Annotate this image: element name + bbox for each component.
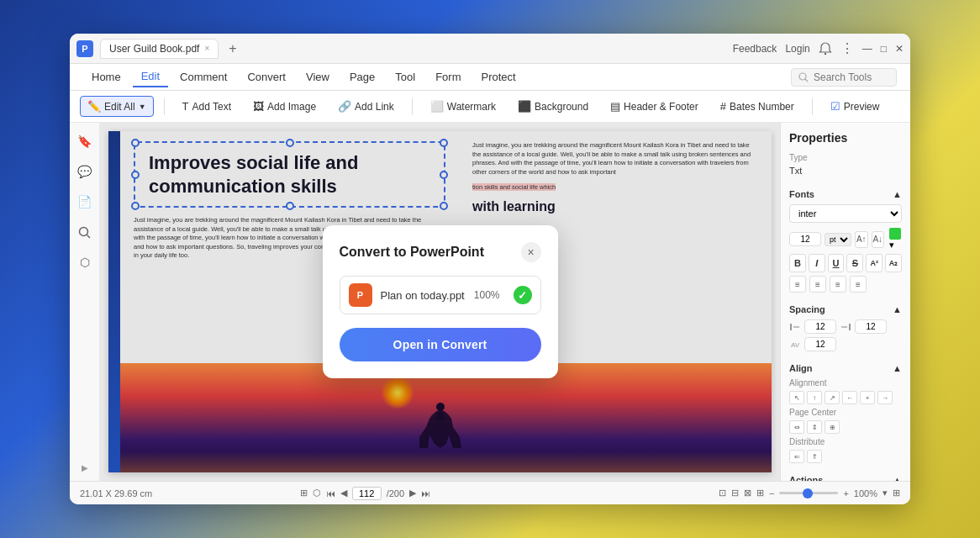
sidebar-layers[interactable]: ⬡: [73, 251, 97, 274]
align-left-btn[interactable]: ≡: [789, 276, 806, 293]
font-size-down-btn[interactable]: A↓: [872, 231, 885, 248]
feedback-btn[interactable]: Feedback: [733, 43, 777, 55]
fit-page-icon[interactable]: ⊞: [300, 488, 308, 498]
current-page-input[interactable]: [352, 487, 382, 500]
divider-1: [164, 98, 165, 115]
zoom-out-btn[interactable]: −: [769, 488, 774, 498]
modal-header: Convert to PowerPoint ×: [340, 242, 541, 262]
background-btn[interactable]: ⬛ Background: [510, 96, 596, 117]
subscript-btn[interactable]: A₂: [885, 254, 902, 272]
dist-horiz-btn[interactable]: ⇐: [789, 450, 804, 463]
spacing-right-input[interactable]: [855, 319, 887, 334]
prev-page-btn[interactable]: ◀: [340, 488, 347, 498]
last-page-btn[interactable]: ⏭: [421, 488, 430, 498]
maximize-btn[interactable]: □: [881, 43, 887, 55]
superscript-btn[interactable]: A²: [866, 254, 883, 272]
menu-protect[interactable]: Protect: [473, 67, 524, 87]
header-footer-btn[interactable]: ▤ Header & Footer: [603, 96, 706, 117]
actions-section-title[interactable]: Actions ▲: [789, 475, 902, 481]
menu-edit[interactable]: Edit: [133, 66, 168, 87]
minimize-btn[interactable]: —: [862, 43, 872, 55]
file-tab[interactable]: User Guild Book.pdf ×: [100, 39, 219, 59]
align-section-title[interactable]: Align ▲: [789, 363, 902, 373]
edit-all-btn[interactable]: ✏️ Edit All ▼: [80, 96, 154, 117]
page-dimensions: 21.01 X 29.69 cm: [80, 488, 152, 498]
main-area: 🔖 💬 📄 ⬡ ▶: [70, 123, 910, 481]
align-top-center[interactable]: ↑: [807, 391, 822, 404]
italic-btn[interactable]: I: [809, 254, 825, 272]
sidebar-collapse-btn[interactable]: ▶: [78, 461, 92, 474]
open-in-convert-btn[interactable]: Open in Convert: [340, 328, 541, 361]
notification-icon[interactable]: [819, 42, 832, 55]
align-mid-left[interactable]: ←: [842, 391, 857, 404]
modal-close-btn[interactable]: ×: [521, 242, 541, 262]
status-right: ⊡ ⊟ ⊠ ⊞ − + 100% ▾ ⊞: [719, 488, 900, 498]
fonts-section-title[interactable]: Fonts ▲: [789, 189, 902, 199]
search-tools[interactable]: [791, 68, 897, 87]
ppt-icon: P: [349, 283, 372, 307]
align-justify-btn[interactable]: ≡: [850, 276, 867, 293]
sidebar-page[interactable]: 📄: [73, 190, 97, 214]
modal-filename: Plan on today.ppt: [381, 289, 466, 302]
font-family-select[interactable]: inter Arial Times New Roman: [789, 204, 902, 223]
preview-btn[interactable]: ☑ Preview: [823, 96, 888, 117]
bates-number-btn[interactable]: # Bates Number: [713, 96, 802, 117]
fit-width-btn[interactable]: ⊟: [731, 488, 739, 498]
font-size-input[interactable]: [789, 232, 821, 246]
menu-home[interactable]: Home: [83, 67, 129, 87]
strikethrough-btn[interactable]: S: [846, 254, 863, 272]
align-mid-center[interactable]: +: [860, 391, 875, 404]
first-page-btn[interactable]: ⏮: [326, 488, 335, 498]
spacing-left-input[interactable]: [804, 319, 836, 334]
font-size-unit-select[interactable]: pt: [825, 233, 851, 246]
view-mode-btn[interactable]: ⊡: [719, 488, 726, 498]
sidebar-comment[interactable]: 💬: [73, 160, 97, 183]
fit-options-btn[interactable]: ▾: [883, 488, 888, 498]
bates-number-label: Bates Number: [730, 101, 794, 113]
login-btn[interactable]: Login: [785, 43, 809, 55]
tab-close-btn[interactable]: ×: [204, 44, 209, 53]
next-page-btn[interactable]: ▶: [409, 488, 416, 498]
zoom-in-btn[interactable]: +: [843, 488, 848, 498]
pencil-icon: ✏️: [87, 100, 101, 113]
align-center-btn[interactable]: ≡: [809, 276, 826, 293]
zoom-slider[interactable]: [779, 492, 838, 494]
more-options-icon[interactable]: ⋮: [840, 40, 854, 56]
menu-tool[interactable]: Tool: [387, 67, 424, 87]
sidebar-search[interactable]: [73, 220, 97, 244]
modal-title: Convert to PowerPoint: [340, 245, 484, 260]
spacing-section-title[interactable]: Spacing ▲: [789, 304, 902, 314]
app-window: P User Guild Book.pdf × + Feedback Login…: [70, 34, 910, 504]
bold-btn[interactable]: B: [789, 254, 806, 272]
menu-convert[interactable]: Convert: [239, 67, 294, 87]
sidebar-bookmark[interactable]: 🔖: [73, 129, 97, 153]
add-text-btn[interactable]: T Add Text: [175, 96, 239, 117]
spacing-section: Spacing ▲ AV: [789, 304, 902, 355]
preview-label: Preview: [844, 101, 880, 113]
font-size-up-btn[interactable]: A↑: [855, 231, 868, 248]
grid-btn[interactable]: ⊞: [756, 488, 764, 498]
menu-form[interactable]: Form: [427, 67, 469, 87]
fullscreen-btn[interactable]: ⊠: [744, 488, 751, 498]
cursor-icon[interactable]: ⬡: [313, 488, 321, 498]
menu-view[interactable]: View: [298, 67, 338, 87]
center-vert-btn[interactable]: ⇕: [807, 420, 822, 434]
menu-page[interactable]: Page: [341, 67, 383, 87]
align-top-right[interactable]: ↗: [825, 391, 840, 404]
align-top-left[interactable]: ↖: [789, 391, 804, 404]
watermark-btn[interactable]: ⬜ Watermark: [423, 96, 503, 117]
dist-vert-btn[interactable]: ⇑: [807, 450, 822, 463]
char-spacing-input[interactable]: [804, 337, 836, 351]
add-image-btn[interactable]: 🖼 Add Image: [245, 96, 324, 117]
align-right-btn[interactable]: ≡: [830, 276, 846, 293]
center-horiz-btn[interactable]: ⇔: [789, 420, 804, 434]
new-tab-btn[interactable]: +: [229, 41, 236, 56]
grid-view-btn[interactable]: ⊞: [893, 488, 900, 498]
add-link-btn[interactable]: 🔗 Add Link: [330, 96, 402, 117]
search-tools-input[interactable]: [814, 71, 889, 83]
align-mid-right[interactable]: →: [877, 391, 893, 404]
close-btn[interactable]: ✕: [895, 43, 904, 55]
menu-comment[interactable]: Comment: [171, 67, 235, 87]
underline-btn[interactable]: U: [828, 254, 845, 272]
center-both-btn[interactable]: ⊕: [825, 420, 840, 434]
